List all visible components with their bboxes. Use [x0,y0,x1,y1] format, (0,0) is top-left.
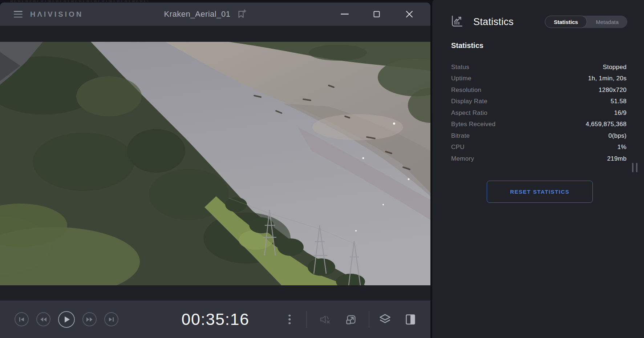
haivision-logo: HΛIVISION [30,10,83,19]
stat-label: Status [451,64,469,71]
stat-row-aspect-ratio: Aspect Ratio 16/9 [451,107,627,119]
side-panel-toggle-icon[interactable] [405,314,416,325]
skip-end-button[interactable] [104,312,118,326]
titlebar: HΛIVISION Kraken_Aerial_01 [0,3,430,26]
video-stage [0,26,430,301]
stat-value: 1h, 1min, 20s [588,75,627,82]
stat-row-bytes-received: Bytes Received 4,659,875,368 [451,119,627,130]
panel-tabs: Statistics Metadata [545,16,627,28]
panel-title: Statistics [473,16,545,28]
stat-value: 219mb [607,155,627,162]
stat-row-resolution: Resolution 1280x720 [451,84,627,96]
stat-value: 1% [617,144,627,151]
player-column: HΛIVISION Kraken_Aerial_01 [0,0,430,338]
stat-row-uptime: Uptime 1h, 1min, 20s [451,73,627,85]
video-frame[interactable] [0,42,430,285]
panel-header: Statistics Statistics Metadata [450,14,627,30]
haivision-player-window: HΛIVISION Kraken_Aerial_01 [0,0,644,338]
background-window-text [10,0,148,2]
stat-label: CPU [451,144,465,151]
statistics-panel: Statistics Statistics Metadata Statistic… [430,0,644,338]
reset-statistics-button[interactable]: RESET STATISTICS [487,181,593,203]
stat-row-display-rate: Display Rate 51.58 [451,96,627,108]
stream-title: Kraken_Aerial_01 [164,9,231,19]
stat-value: 51.58 [611,98,627,105]
layers-icon[interactable] [378,314,392,325]
skip-start-button[interactable] [15,312,29,326]
stat-row-bitrate: Bitrate 0(bps) [451,130,627,142]
divider [369,311,369,328]
timecode: 00:35:16 [181,310,249,329]
close-button[interactable] [401,6,417,22]
drag-grip-icon[interactable] [632,163,637,172]
stat-row-status: Status Stopped [451,61,627,73]
stat-label: Bitrate [451,132,470,140]
title-group: Kraken_Aerial_01 [164,9,247,19]
expand-icon[interactable] [345,314,357,325]
stat-value: 16/9 [614,109,627,117]
playback-controls-bar: 00:35:16 [0,301,430,338]
volume-muted-icon[interactable] [319,314,332,325]
rewind-button[interactable] [36,312,50,326]
maximize-button[interactable] [369,6,385,22]
stat-label: Display Rate [451,98,487,105]
minimize-button[interactable] [337,6,353,22]
background-window-strip [0,0,430,3]
kebab-menu-icon[interactable] [288,314,291,324]
stat-row-memory: Memory 219mb [451,153,627,165]
stat-label: Resolution [451,86,481,94]
stat-value: Stopped [603,64,627,71]
fast-forward-button[interactable] [82,312,97,326]
tab-statistics[interactable]: Statistics [545,16,587,28]
stat-value: 0(bps) [608,132,627,140]
stat-label: Aspect Ratio [451,109,487,117]
stat-label: Bytes Received [451,121,495,128]
bookmark-add-icon[interactable] [237,9,246,19]
stat-label: Memory [451,155,474,162]
tab-metadata[interactable]: Metadata [587,16,627,28]
stat-value: 1280x720 [599,86,627,94]
stat-label: Uptime [451,75,471,82]
divider [306,311,307,328]
section-title: Statistics [451,41,483,50]
stat-row-cpu: CPU 1% [451,142,627,153]
statistics-chart-icon [450,14,464,29]
transport-controls [15,311,118,328]
play-button[interactable] [58,311,75,328]
stat-value: 4,659,875,368 [586,121,627,128]
menu-icon[interactable] [14,11,23,17]
statistics-list: Status Stopped Uptime 1h, 1min, 20s Reso… [451,61,627,165]
